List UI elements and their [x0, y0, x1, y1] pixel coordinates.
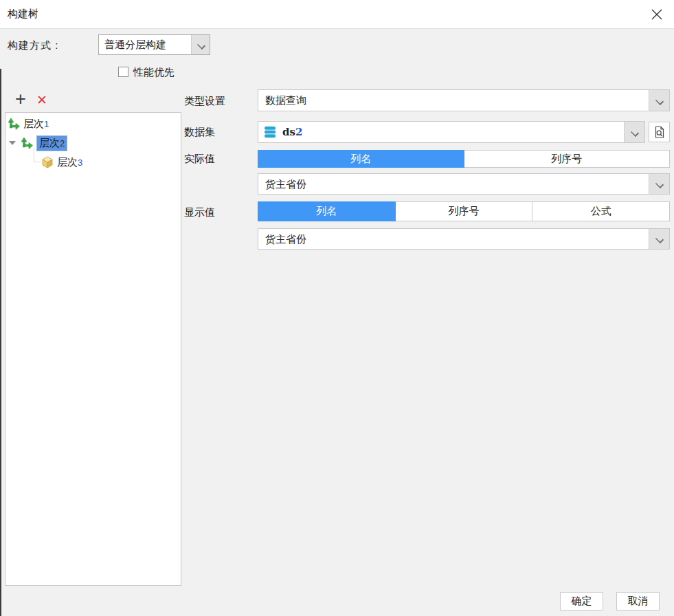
preview-document-icon: [653, 126, 666, 139]
add-level-button[interactable]: +: [12, 90, 30, 109]
display-tab-column-name[interactable]: 列名: [258, 201, 396, 221]
build-mode-dropdown-button[interactable]: [191, 35, 210, 54]
chevron-down-icon: [631, 129, 638, 136]
delete-level-button[interactable]: ✕: [34, 93, 50, 109]
display-tab-column-index[interactable]: 列序号: [396, 201, 533, 221]
tree-item-level1[interactable]: 层次1: [8, 116, 49, 132]
cancel-button[interactable]: 取消: [616, 592, 660, 610]
branch-icon: [8, 118, 20, 130]
branch-icon: [21, 137, 33, 149]
actual-tab-column-index[interactable]: 列序号: [464, 150, 671, 168]
build-mode-value: 普通分层构建: [99, 35, 191, 54]
dataset-preview-button[interactable]: [649, 122, 670, 142]
database-icon: [263, 125, 277, 139]
build-mode-label: 构建方式 :: [8, 39, 58, 52]
display-value-select[interactable]: 货主省份: [258, 228, 670, 250]
display-tab-formula[interactable]: 公式: [532, 201, 670, 221]
tree-item-label-selected: 层次2: [36, 135, 67, 151]
chevron-down-icon: [655, 235, 663, 243]
performance-checkbox[interactable]: [118, 67, 128, 77]
close-button[interactable]: [648, 6, 666, 23]
tree-item-label: 层次3: [57, 156, 82, 169]
chevron-down-icon: [655, 97, 663, 104]
actual-value-label: 实际值: [184, 153, 215, 166]
build-tree-dialog: 构建树 构建方式 : 普通分层构建 性能优先 + ✕: [0, 0, 674, 616]
actual-tab-column-name[interactable]: 列名: [258, 150, 464, 168]
background-window-edge-left: [0, 69, 1, 616]
actual-value-dropdown-button[interactable]: [649, 174, 669, 194]
dialog-titlebar: 构建树: [0, 0, 674, 29]
display-value-label: 显示值: [184, 206, 215, 219]
dataset-select[interactable]: ds2: [258, 121, 645, 143]
chevron-down-icon: [197, 41, 205, 49]
display-value-dropdown-button[interactable]: [649, 229, 669, 249]
type-setting-value: 数据查询: [258, 90, 649, 111]
tree-item-level3[interactable]: 层次3: [41, 154, 82, 170]
dataset-dropdown-button[interactable]: [624, 122, 644, 142]
ok-button[interactable]: 确定: [560, 592, 603, 610]
tree-item-level2[interactable]: 层次2: [9, 135, 67, 151]
type-setting-select[interactable]: 数据查询: [258, 89, 670, 111]
level-tree-panel: 层次1 层次2 层次3: [5, 112, 181, 586]
display-value-tabgroup: 列名 列序号 公式: [258, 201, 670, 221]
display-value-selected: 货主省份: [258, 229, 649, 249]
build-mode-select[interactable]: 普通分层构建: [98, 34, 210, 55]
dataset-label: 数据集: [184, 126, 215, 139]
chevron-down-icon: [655, 180, 663, 188]
performance-checkbox-label: 性能优先: [133, 66, 175, 79]
type-setting-dropdown-button[interactable]: [649, 90, 669, 111]
dataset-value-wrap: ds2: [258, 122, 624, 142]
dialog-title: 构建树: [8, 8, 38, 21]
actual-value-tabgroup: 列名 列序号: [258, 150, 670, 168]
expander-collapse-icon[interactable]: [9, 141, 16, 145]
cube-icon: [41, 156, 54, 168]
type-setting-label: 类型设置: [184, 95, 225, 108]
tree-item-label: 层次1: [23, 118, 49, 131]
dataset-value: ds2: [282, 126, 302, 138]
tree-connector-line: [34, 162, 41, 162]
close-icon: [651, 8, 663, 21]
actual-value-selected: 货主省份: [258, 174, 649, 194]
actual-value-select[interactable]: 货主省份: [258, 173, 670, 195]
